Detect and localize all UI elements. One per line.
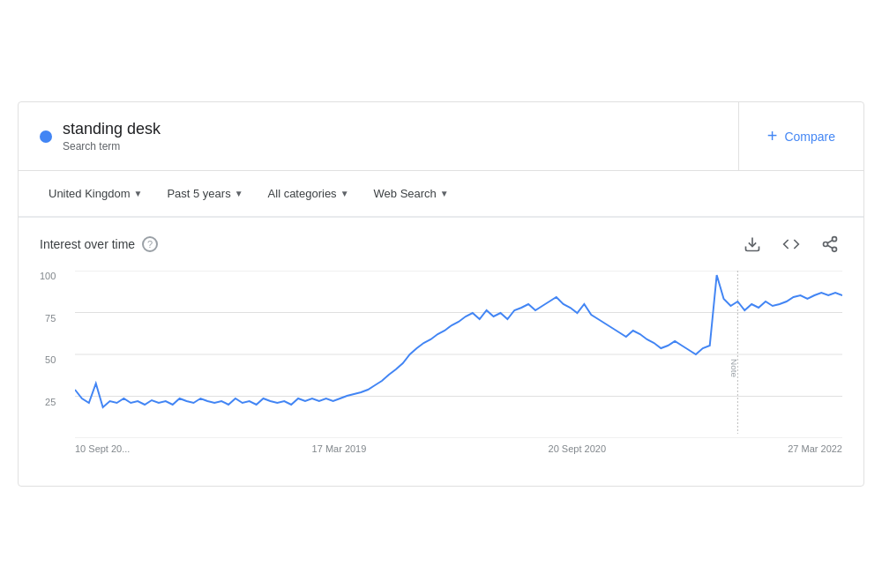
download-button[interactable] xyxy=(740,232,765,257)
search-term-dot xyxy=(40,130,52,143)
chart-area: Note xyxy=(75,271,842,438)
search-header: standing desk Search term + Compare xyxy=(19,102,863,171)
compare-label: Compare xyxy=(784,130,835,144)
embed-icon xyxy=(782,235,800,253)
y-label-100: 100 xyxy=(40,271,56,281)
search-type-label: Web Search xyxy=(374,187,437,200)
svg-line-5 xyxy=(827,240,833,242)
y-label-50: 50 xyxy=(45,354,56,365)
share-icon xyxy=(821,235,839,253)
x-label-4: 27 Mar 2022 xyxy=(788,443,842,454)
main-container: standing desk Search term + Compare Unit… xyxy=(18,101,864,487)
period-chevron-icon: ▼ xyxy=(235,189,243,198)
x-axis-labels: 10 Sept 20... 17 Mar 2019 20 Sept 2020 2… xyxy=(75,438,842,454)
svg-point-2 xyxy=(824,242,828,247)
svg-line-4 xyxy=(827,245,833,248)
search-term-subtitle: Search term xyxy=(63,140,161,153)
chart-header: Interest over time ? xyxy=(40,232,842,257)
category-label: All categories xyxy=(268,187,337,200)
period-filter[interactable]: Past 5 years ▼ xyxy=(158,182,251,205)
region-filter[interactable]: United Kingdom ▼ xyxy=(40,182,151,205)
chart-title: Interest over time xyxy=(40,237,135,251)
svg-text:Note: Note xyxy=(729,359,739,378)
search-term-title: standing desk xyxy=(63,120,161,138)
y-axis-labels: 100 75 50 25 xyxy=(40,271,61,438)
search-type-filter[interactable]: Web Search ▼ xyxy=(365,182,458,205)
period-label: Past 5 years xyxy=(167,187,230,200)
search-term-text: standing desk Search term xyxy=(63,120,161,153)
search-term-section: standing desk Search term xyxy=(19,102,739,170)
help-symbol: ? xyxy=(147,239,153,249)
y-label-75: 75 xyxy=(45,313,56,324)
download-icon xyxy=(744,235,761,253)
y-label-25: 25 xyxy=(45,397,56,407)
x-label-2: 17 Mar 2019 xyxy=(312,443,367,454)
region-chevron-icon: ▼ xyxy=(134,189,143,198)
search-type-chevron-icon: ▼ xyxy=(440,189,449,198)
x-label-3: 20 Sept 2020 xyxy=(549,443,606,454)
embed-button[interactable] xyxy=(779,232,804,257)
chart-title-row: Interest over time ? xyxy=(40,236,158,252)
chart-actions xyxy=(740,232,842,257)
chart-section: Interest over time ? xyxy=(19,218,863,486)
filters-bar: United Kingdom ▼ Past 5 years ▼ All cate… xyxy=(19,171,863,218)
category-filter[interactable]: All categories ▼ xyxy=(259,182,358,205)
region-label: United Kingdom xyxy=(49,187,131,200)
chart-wrapper: 100 75 50 25 Note xyxy=(75,271,842,465)
compare-plus-icon: + xyxy=(767,126,778,146)
svg-point-1 xyxy=(833,237,837,242)
category-chevron-icon: ▼ xyxy=(340,189,349,198)
share-button[interactable] xyxy=(818,232,842,257)
x-label-1: 10 Sept 20... xyxy=(75,443,130,454)
compare-section[interactable]: + Compare xyxy=(739,102,863,170)
svg-point-3 xyxy=(833,247,837,251)
help-icon[interactable]: ? xyxy=(142,236,158,252)
trend-chart: Note xyxy=(75,271,842,438)
